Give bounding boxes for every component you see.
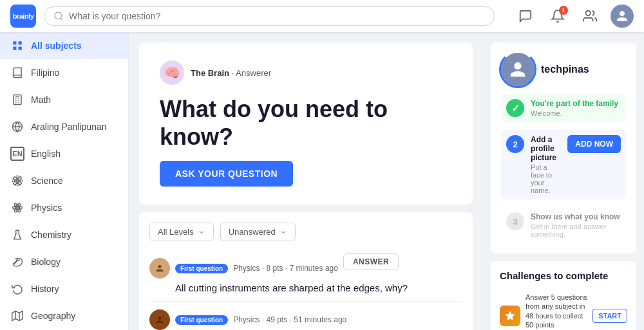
first-question-badge: First question bbox=[175, 315, 228, 325]
physics-icon bbox=[10, 201, 24, 215]
person-icon bbox=[616, 10, 629, 23]
hero-role: · Answerer bbox=[232, 68, 271, 78]
brain-avatar: 🧠 bbox=[160, 60, 184, 85]
question-text: All cutting instruments are sharped at t… bbox=[175, 282, 462, 293]
svg-point-20 bbox=[17, 207, 19, 209]
sidebar-label: Chemistry bbox=[31, 230, 71, 240]
profile-avatar bbox=[501, 53, 535, 86]
question-subject: Physics · 8 pts · 7 minutes ago bbox=[233, 264, 338, 273]
profile-username: techpinas bbox=[541, 64, 589, 75]
sidebar-item-physics[interactable]: Physics bbox=[0, 194, 128, 221]
svg-rect-4 bbox=[19, 41, 22, 44]
sidebar-label: Filipino bbox=[31, 68, 59, 78]
step-number-3: 3 bbox=[506, 212, 524, 230]
notifications-button[interactable]: 1 bbox=[546, 5, 569, 28]
step-title: You're part of the family bbox=[531, 99, 621, 108]
notification-badge: 1 bbox=[559, 6, 568, 15]
answer-button[interactable]: ANSWER bbox=[343, 253, 399, 270]
question-meta: First question Physics · 49 pts · 51 min… bbox=[149, 309, 462, 330]
step-title: Add a profile picture bbox=[531, 135, 561, 162]
status-filter-dropdown[interactable]: Unanswered bbox=[220, 223, 296, 241]
sidebar-label: Biology bbox=[31, 257, 61, 267]
sidebar-item-all-subjects[interactable]: All subjects bbox=[0, 32, 128, 59]
ask-question-button[interactable]: ASK YOUR QUESTION bbox=[160, 161, 293, 187]
sidebar-item-math[interactable]: Math bbox=[0, 86, 128, 113]
challenge-start-button[interactable]: START bbox=[592, 309, 627, 323]
level-filter-label: All Levels bbox=[158, 227, 194, 237]
chevron-down-icon bbox=[198, 228, 205, 236]
sidebar-item-chemistry[interactable]: Chemistry bbox=[0, 221, 128, 248]
svg-line-1 bbox=[61, 18, 62, 20]
step-text: You're part of the family Welcome. bbox=[531, 99, 621, 117]
hero-title: What do you need to know? bbox=[160, 95, 452, 151]
calculator-icon bbox=[10, 93, 24, 107]
step-number-2: 2 bbox=[506, 135, 524, 153]
challenges-title: Challenges to complete bbox=[500, 270, 627, 281]
challenges-card: Challenges to complete Answer 5 question… bbox=[491, 261, 636, 330]
profile-top: techpinas bbox=[501, 53, 626, 86]
profile-progress-ring bbox=[499, 51, 536, 88]
hero-top: 🧠 The Brain · Answerer bbox=[160, 60, 452, 85]
hero-username: The Brain bbox=[191, 68, 229, 78]
sidebar-item-science[interactable]: Science bbox=[0, 167, 128, 194]
question-subject: Physics · 49 pts · 51 minutes ago bbox=[233, 315, 346, 324]
map-icon bbox=[10, 309, 24, 323]
header: brainly 1 bbox=[0, 0, 644, 32]
feed-filters: All Levels Unanswered bbox=[149, 223, 462, 241]
sidebar-label: Geography bbox=[31, 311, 75, 321]
users-icon bbox=[583, 9, 597, 23]
profile-step-3: 3 Show us what you know Get in there and… bbox=[501, 207, 626, 243]
sidebar-item-english[interactable]: EN English bbox=[0, 140, 128, 167]
sidebar-label: Araling Panlipunan bbox=[31, 122, 107, 132]
sidebar-item-geography[interactable]: Geography bbox=[0, 302, 128, 329]
right-panel: techpinas ✓ You're part of the family We… bbox=[483, 32, 644, 330]
en-icon: EN bbox=[10, 147, 24, 161]
question-item: First question Physics · 8 pts · 7 minut… bbox=[149, 250, 462, 302]
first-question-badge: First question bbox=[175, 264, 228, 273]
search-icon bbox=[53, 11, 64, 21]
add-now-button[interactable]: ADD NOW bbox=[567, 135, 621, 153]
atom-icon bbox=[10, 174, 24, 188]
sidebar-label: Science bbox=[31, 176, 63, 186]
community-button[interactable] bbox=[578, 5, 601, 28]
svg-marker-25 bbox=[12, 311, 23, 321]
chat-button[interactable] bbox=[514, 5, 537, 28]
brain-emoji: 🧠 bbox=[164, 65, 180, 80]
sidebar-label: Math bbox=[31, 95, 51, 105]
sidebar-item-history[interactable]: History bbox=[0, 275, 128, 302]
step-subtitle: Put a face to your name. bbox=[531, 163, 561, 194]
logo[interactable]: brainly bbox=[10, 5, 36, 28]
sidebar-item-araling[interactable]: Araling Panlipunan bbox=[0, 113, 128, 140]
challenge-item: Answer 5 questions from any subject in 4… bbox=[500, 288, 627, 330]
sidebar-label: Physics bbox=[31, 203, 62, 213]
svg-point-17 bbox=[17, 180, 19, 182]
challenge-list: Answer 5 questions from any subject in 4… bbox=[500, 288, 627, 330]
sidebar-item-biology[interactable]: Biology bbox=[0, 248, 128, 275]
step-title: Show us what you know bbox=[531, 212, 621, 221]
chat-icon bbox=[518, 9, 533, 23]
logo-text: brainly bbox=[13, 12, 34, 20]
user-avatar[interactable] bbox=[611, 5, 634, 28]
step-subtitle: Get in there and answer something. bbox=[531, 223, 621, 238]
sidebar-label: History bbox=[31, 284, 59, 294]
svg-point-0 bbox=[55, 12, 62, 19]
header-icons: 1 bbox=[514, 5, 634, 28]
level-filter-dropdown[interactable]: All Levels bbox=[149, 223, 214, 241]
question-user-avatar bbox=[149, 258, 170, 279]
globe-icon bbox=[10, 120, 24, 134]
profile-step-1: ✓ You're part of the family Welcome. bbox=[501, 94, 626, 122]
question-meta: First question Physics · 8 pts · 7 minut… bbox=[149, 258, 462, 279]
main-content: 🧠 The Brain · Answerer What do you need … bbox=[129, 32, 483, 330]
challenge-info: Answer 5 questions from any subject in 4… bbox=[526, 293, 587, 330]
svg-rect-5 bbox=[13, 47, 16, 50]
sidebar-item-filipino[interactable]: Filipino bbox=[0, 59, 128, 86]
history-icon bbox=[10, 282, 24, 296]
profile-card: techpinas ✓ You're part of the family We… bbox=[491, 42, 636, 253]
feed-card: All Levels Unanswered First question Phy… bbox=[139, 212, 473, 330]
challenge-description: Answer 5 questions from any subject in 4… bbox=[526, 293, 587, 329]
search-input[interactable] bbox=[69, 11, 485, 21]
leaf-icon bbox=[10, 255, 24, 269]
question-item: First question Physics · 49 pts · 51 min… bbox=[149, 302, 462, 330]
main-layout: All subjects Filipino Math Araling Panli… bbox=[0, 32, 644, 330]
chevron-down-icon bbox=[279, 228, 287, 236]
